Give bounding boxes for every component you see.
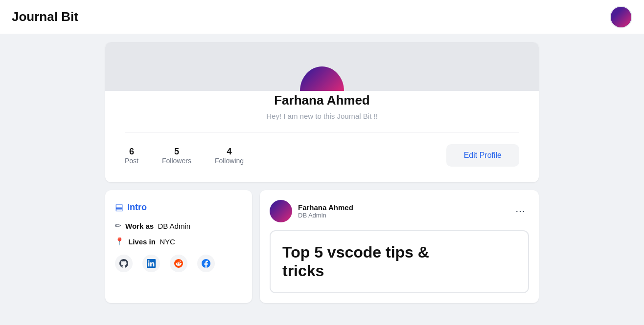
app-header: Journal Bit [0,0,644,34]
intro-work-item: ✏ Work as DB Admin [115,221,242,230]
post-count: 6 [129,147,134,157]
intro-lives-label: Lives in [128,238,156,246]
social-icons [115,255,242,272]
profile-name: Farhana Ahmed [105,93,539,108]
post-author-role: DB Admin [298,212,353,219]
followers-count: 5 [174,147,179,157]
bottom-section: ▤ Intro ✏ Work as DB Admin 📍 Lives in NY… [105,190,539,303]
stat-post[interactable]: 6 Post [125,147,138,165]
linkedin-icon[interactable] [142,255,160,272]
intro-icon: ▤ [115,202,123,213]
intro-header: ▤ Intro [115,202,242,213]
intro-card: ▤ Intro ✏ Work as DB Admin 📍 Lives in NY… [105,190,252,303]
post-author-name: Farhana Ahmed [298,203,353,212]
following-count: 4 [227,147,231,157]
post-header: Farhana Ahmed DB Admin ⋯ [270,200,529,222]
post-author-info: Farhana Ahmed DB Admin [298,203,353,219]
profile-avatar-top [300,66,344,91]
followers-label: Followers [162,157,191,165]
intro-lives-text: Lives in NYC [128,238,175,246]
profile-stats: 6 Post 5 Followers 4 Following Edit Prof… [105,132,539,167]
post-label: Post [125,157,138,165]
following-label: Following [215,157,244,165]
intro-lives-value: NYC [160,238,175,246]
intro-work-value: DB Admin [158,222,190,230]
pencil-icon: ✏ [115,221,121,230]
intro-location-item: 📍 Lives in NYC [115,237,242,246]
intro-title: Intro [127,202,147,213]
reddit-icon[interactable] [170,255,187,272]
post-content-box: Top 5 vscode tips &tricks [270,230,529,293]
stat-followers[interactable]: 5 Followers [162,147,191,165]
profile-cover [105,42,539,91]
facebook-icon[interactable] [197,255,215,272]
stat-following[interactable]: 4 Following [215,147,244,165]
github-icon[interactable] [115,255,133,272]
intro-work-text: Work as DB Admin [125,222,190,230]
dots-icon: ⋯ [515,206,525,217]
app-title: Journal Bit [12,9,78,24]
post-menu-button[interactable]: ⋯ [511,203,529,219]
location-icon: 📍 [115,237,124,246]
post-card: Farhana Ahmed DB Admin ⋯ Top 5 vscode ti… [260,190,539,303]
profile-info: Farhana Ahmed Hey! I am new to this Jour… [105,93,539,120]
post-author: Farhana Ahmed DB Admin [270,200,353,222]
page-content: Farhana Ahmed Hey! I am new to this Jour… [0,34,644,313]
header-user-avatar[interactable] [610,6,632,28]
edit-profile-button[interactable]: Edit Profile [446,144,519,167]
post-author-avatar [270,200,292,222]
profile-card: Farhana Ahmed Hey! I am new to this Jour… [105,42,539,182]
post-content-title: Top 5 vscode tips &tricks [282,243,429,281]
profile-bio: Hey! I am new to this Journal Bit !! [105,112,539,120]
intro-work-label: Work as [125,222,154,230]
